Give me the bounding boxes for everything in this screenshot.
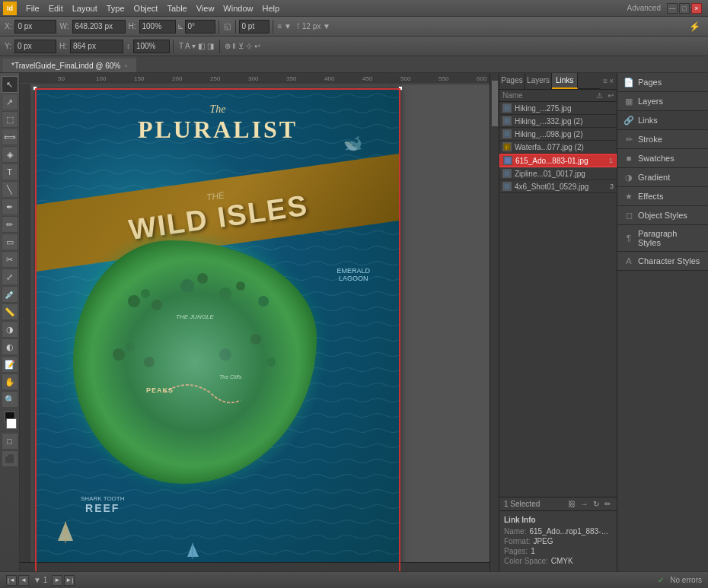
info-colorspace-label: Color Space: — [504, 557, 548, 565]
link-item-5-selected[interactable]: 615_Ado...883-01.jpg 1 — [499, 154, 617, 167]
tool-page[interactable]: ⬚ — [2, 111, 18, 128]
link-name-1: Hiking_...275.jpg — [515, 104, 614, 113]
maximize-btn[interactable]: □ — [679, 3, 690, 14]
tool-line[interactable]: ╲ — [2, 181, 18, 198]
stroke-input[interactable] — [239, 20, 269, 33]
sidebar-stroke-header[interactable]: ✏ Stroke — [617, 130, 708, 148]
col-pages: ↩ — [608, 91, 614, 100]
sidebar-layers-header[interactable]: ▦ Layers — [617, 92, 708, 110]
svg-text:200: 200 — [172, 75, 183, 82]
tool-direct-select[interactable]: ↗ — [2, 94, 18, 110]
sidebar-object-styles-header[interactable]: ◻ Object Styles — [617, 206, 708, 224]
cliffs-label: The Cliffs — [219, 374, 242, 380]
link-name-5: 615_Ado...883-01.jpg — [515, 157, 609, 165]
sidebar-pages-header[interactable]: 📄 Pages — [617, 73, 708, 91]
links-edit-btn[interactable]: ✏ — [603, 500, 612, 508]
sidebar-gradient-header[interactable]: ◑ Gradient — [617, 168, 708, 186]
mode-dropdown[interactable]: Advanced — [627, 4, 661, 12]
tool-normal-mode[interactable]: □ — [2, 433, 18, 450]
tool-gradient[interactable]: ◑ — [2, 321, 18, 338]
panel-menu-btn[interactable]: ≡ — [603, 77, 608, 85]
link-item-6[interactable]: Zipline...01_0017.jpg — [499, 167, 617, 180]
tab-layers[interactable]: Layers — [525, 73, 552, 89]
scale-h-input[interactable] — [139, 20, 176, 33]
page-number: ▼ 1 — [30, 576, 50, 584]
tool-content-collector[interactable]: ◈ — [2, 146, 18, 163]
sidebar-links-header[interactable]: 🔗 Links — [617, 111, 708, 129]
document-canvas: The PLURALIST THE WILD ISLES — [35, 88, 400, 571]
swatches-label: Swatches — [638, 154, 675, 163]
stroke-color[interactable] — [6, 418, 17, 429]
link-item-3[interactable]: Hiking_...098.jpg (2) — [499, 128, 617, 141]
scale-v-input[interactable] — [133, 40, 170, 53]
sidebar-effects-header[interactable]: ★ Effects — [617, 187, 708, 205]
svg-rect-35 — [504, 131, 510, 137]
tab-links[interactable]: Links — [552, 73, 578, 89]
tool-select[interactable]: ↖ — [2, 76, 18, 93]
y-input[interactable] — [14, 40, 56, 53]
menu-help[interactable]: Help — [257, 2, 284, 14]
angle-input[interactable] — [185, 20, 215, 33]
scrollbar-vertical[interactable] — [490, 73, 499, 571]
menu-type[interactable]: Type — [102, 2, 129, 14]
menu-object[interactable]: Object — [129, 2, 163, 14]
menu-edit[interactable]: Edit — [44, 2, 68, 14]
tool-measure[interactable]: 📏 — [2, 304, 18, 320]
tab-close-btn[interactable]: × — [124, 62, 128, 69]
sidebar-swatches-header[interactable]: ■ Swatches — [617, 149, 708, 167]
sidebar-paragraph-styles-header[interactable]: ¶ Paragraph Styles — [617, 225, 708, 251]
tool-zoom[interactable]: 🔍 — [2, 391, 18, 408]
scrollbar-horizontal[interactable] — [20, 562, 490, 571]
w-input[interactable] — [72, 20, 126, 33]
first-page-btn[interactable]: |◄ — [6, 575, 17, 586]
link-item-7[interactable]: 4x6_Shot01_0529.jpg 3 — [499, 180, 617, 193]
tab-pages[interactable]: Pages — [499, 73, 525, 89]
tool-rectangle[interactable]: ▭ — [2, 234, 18, 250]
links-goto-btn[interactable]: → — [579, 500, 589, 508]
panel-close-btn[interactable]: × — [609, 77, 614, 85]
next-page-btn[interactable]: ► — [52, 575, 62, 586]
menu-view[interactable]: View — [192, 2, 219, 14]
menu-file[interactable]: File — [21, 2, 44, 14]
x-input[interactable] — [14, 20, 56, 33]
tool-scissors[interactable]: ✂ — [2, 251, 18, 268]
links-update-btn[interactable]: ↻ — [592, 500, 601, 508]
reef-label: REEF — [81, 502, 125, 514]
handle-tr[interactable] — [398, 86, 403, 91]
minimize-btn[interactable]: — — [667, 3, 678, 14]
tool-note[interactable]: 📝 — [2, 356, 18, 373]
link-item-1[interactable]: Hiking_...275.jpg — [499, 102, 617, 115]
tool-preview-mode[interactable]: ⬛ — [2, 450, 18, 467]
last-page-btn[interactable]: ►| — [64, 575, 75, 586]
links-panel-container: Pages Layers Links ≡ × Name ⚠ ↩ Hiking_.… — [499, 73, 617, 571]
menu-table[interactable]: Table — [162, 2, 191, 14]
sidebar-character-styles-header[interactable]: A Character Styles — [617, 252, 708, 270]
menu-layout[interactable]: Layout — [68, 2, 102, 14]
links-relink-btn[interactable]: ⛓ — [566, 500, 577, 508]
object-styles-icon: ◻ — [623, 210, 634, 221]
link-num-5: 1 — [609, 157, 613, 164]
link-item-2[interactable]: Hiking_...332.jpg (2) — [499, 115, 617, 128]
link-icon-2 — [502, 116, 512, 126]
tool-gradient-feather[interactable]: ◐ — [2, 338, 18, 355]
document-tab[interactable]: *TravelGuide_FinaLindd @ 60% × — [3, 59, 136, 72]
tool-type[interactable]: T — [2, 164, 18, 180]
tool-free-transform[interactable]: ⤢ — [2, 269, 18, 285]
link-name-7: 4x6_Shot01_0529.jpg — [515, 183, 610, 191]
lightning-icon: ⚡ — [689, 21, 700, 32]
tool-pen[interactable]: ✒ — [2, 199, 18, 215]
close-btn[interactable]: × — [691, 3, 702, 14]
character-styles-label: Character Styles — [638, 256, 700, 265]
tool-gap[interactable]: ⟺ — [2, 129, 18, 145]
tool-pencil[interactable]: ✏ — [2, 216, 18, 233]
scrollbar-thumb-vertical[interactable] — [492, 81, 498, 126]
tool-hand[interactable]: ✋ — [2, 373, 18, 390]
menu-window[interactable]: Window — [218, 2, 257, 14]
sidebar-swatches: ■ Swatches — [617, 149, 708, 168]
link-item-4[interactable]: ! Waterfa...077.jpg (2) — [499, 141, 617, 154]
handle-tl[interactable] — [33, 86, 37, 91]
prev-page-btn[interactable]: ◄ — [18, 575, 29, 586]
menu-bar: Id File Edit Layout Type Object Table Vi… — [0, 0, 708, 17]
tool-eyedropper[interactable]: 💉 — [2, 286, 18, 303]
h-input[interactable] — [70, 40, 123, 53]
